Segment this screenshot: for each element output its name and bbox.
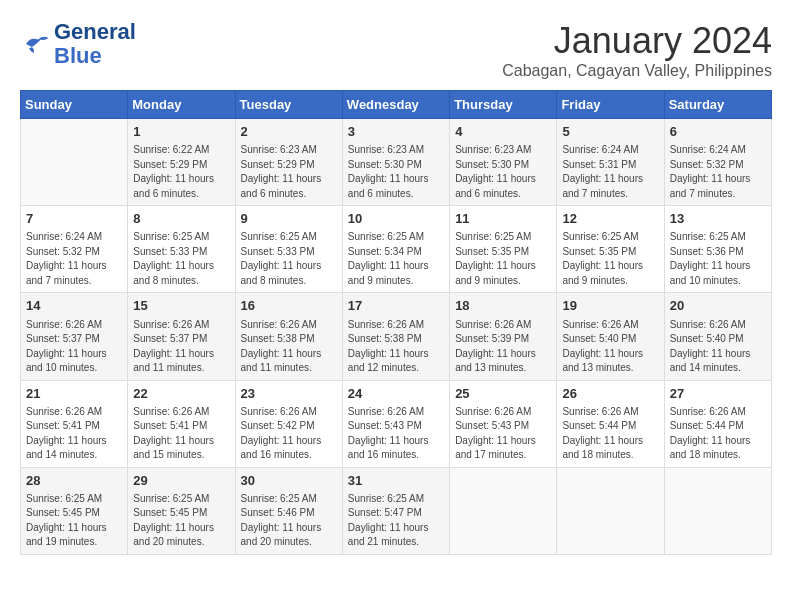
day-info: Sunrise: 6:22 AMSunset: 5:29 PMDaylight:… xyxy=(133,143,229,201)
day-cell: 23Sunrise: 6:26 AMSunset: 5:42 PMDayligh… xyxy=(235,380,342,467)
day-number: 24 xyxy=(348,385,444,403)
week-row-4: 21Sunrise: 6:26 AMSunset: 5:41 PMDayligh… xyxy=(21,380,772,467)
day-cell: 5Sunrise: 6:24 AMSunset: 5:31 PMDaylight… xyxy=(557,119,664,206)
day-cell: 20Sunrise: 6:26 AMSunset: 5:40 PMDayligh… xyxy=(664,293,771,380)
logo: General Blue xyxy=(20,20,136,68)
day-number: 20 xyxy=(670,297,766,315)
day-cell: 18Sunrise: 6:26 AMSunset: 5:39 PMDayligh… xyxy=(450,293,557,380)
day-info: Sunrise: 6:24 AMSunset: 5:31 PMDaylight:… xyxy=(562,143,658,201)
day-info: Sunrise: 6:26 AMSunset: 5:40 PMDaylight:… xyxy=(670,318,766,376)
day-info: Sunrise: 6:26 AMSunset: 5:38 PMDaylight:… xyxy=(348,318,444,376)
day-number: 10 xyxy=(348,210,444,228)
day-info: Sunrise: 6:26 AMSunset: 5:43 PMDaylight:… xyxy=(455,405,551,463)
day-cell: 8Sunrise: 6:25 AMSunset: 5:33 PMDaylight… xyxy=(128,206,235,293)
day-number: 31 xyxy=(348,472,444,490)
day-cell: 25Sunrise: 6:26 AMSunset: 5:43 PMDayligh… xyxy=(450,380,557,467)
day-info: Sunrise: 6:25 AMSunset: 5:33 PMDaylight:… xyxy=(241,230,337,288)
header-thursday: Thursday xyxy=(450,91,557,119)
calendar-header-row: SundayMondayTuesdayWednesdayThursdayFrid… xyxy=(21,91,772,119)
page-header: General Blue January 2024 Cabagan, Cagay… xyxy=(20,20,772,80)
header-tuesday: Tuesday xyxy=(235,91,342,119)
header-saturday: Saturday xyxy=(664,91,771,119)
day-cell: 22Sunrise: 6:26 AMSunset: 5:41 PMDayligh… xyxy=(128,380,235,467)
day-info: Sunrise: 6:25 AMSunset: 5:45 PMDaylight:… xyxy=(26,492,122,550)
week-row-3: 14Sunrise: 6:26 AMSunset: 5:37 PMDayligh… xyxy=(21,293,772,380)
day-number: 18 xyxy=(455,297,551,315)
day-cell: 12Sunrise: 6:25 AMSunset: 5:35 PMDayligh… xyxy=(557,206,664,293)
day-info: Sunrise: 6:23 AMSunset: 5:30 PMDaylight:… xyxy=(455,143,551,201)
day-number: 27 xyxy=(670,385,766,403)
day-cell: 4Sunrise: 6:23 AMSunset: 5:30 PMDaylight… xyxy=(450,119,557,206)
day-info: Sunrise: 6:24 AMSunset: 5:32 PMDaylight:… xyxy=(670,143,766,201)
day-number: 7 xyxy=(26,210,122,228)
day-info: Sunrise: 6:26 AMSunset: 5:44 PMDaylight:… xyxy=(670,405,766,463)
day-cell xyxy=(557,467,664,554)
day-number: 15 xyxy=(133,297,229,315)
day-number: 2 xyxy=(241,123,337,141)
day-cell xyxy=(450,467,557,554)
day-info: Sunrise: 6:26 AMSunset: 5:38 PMDaylight:… xyxy=(241,318,337,376)
day-number: 3 xyxy=(348,123,444,141)
day-cell: 26Sunrise: 6:26 AMSunset: 5:44 PMDayligh… xyxy=(557,380,664,467)
day-number: 9 xyxy=(241,210,337,228)
day-number: 11 xyxy=(455,210,551,228)
day-info: Sunrise: 6:25 AMSunset: 5:46 PMDaylight:… xyxy=(241,492,337,550)
day-number: 19 xyxy=(562,297,658,315)
day-info: Sunrise: 6:23 AMSunset: 5:29 PMDaylight:… xyxy=(241,143,337,201)
day-number: 16 xyxy=(241,297,337,315)
day-number: 29 xyxy=(133,472,229,490)
day-info: Sunrise: 6:24 AMSunset: 5:32 PMDaylight:… xyxy=(26,230,122,288)
day-cell: 31Sunrise: 6:25 AMSunset: 5:47 PMDayligh… xyxy=(342,467,449,554)
day-info: Sunrise: 6:25 AMSunset: 5:47 PMDaylight:… xyxy=(348,492,444,550)
day-cell: 21Sunrise: 6:26 AMSunset: 5:41 PMDayligh… xyxy=(21,380,128,467)
day-cell: 24Sunrise: 6:26 AMSunset: 5:43 PMDayligh… xyxy=(342,380,449,467)
week-row-1: 1Sunrise: 6:22 AMSunset: 5:29 PMDaylight… xyxy=(21,119,772,206)
day-info: Sunrise: 6:26 AMSunset: 5:41 PMDaylight:… xyxy=(133,405,229,463)
day-number: 28 xyxy=(26,472,122,490)
day-cell: 17Sunrise: 6:26 AMSunset: 5:38 PMDayligh… xyxy=(342,293,449,380)
day-number: 13 xyxy=(670,210,766,228)
day-info: Sunrise: 6:25 AMSunset: 5:34 PMDaylight:… xyxy=(348,230,444,288)
week-row-2: 7Sunrise: 6:24 AMSunset: 5:32 PMDaylight… xyxy=(21,206,772,293)
day-info: Sunrise: 6:25 AMSunset: 5:35 PMDaylight:… xyxy=(455,230,551,288)
day-number: 21 xyxy=(26,385,122,403)
logo-general: General xyxy=(54,19,136,44)
day-cell: 7Sunrise: 6:24 AMSunset: 5:32 PMDaylight… xyxy=(21,206,128,293)
day-number: 17 xyxy=(348,297,444,315)
day-cell: 10Sunrise: 6:25 AMSunset: 5:34 PMDayligh… xyxy=(342,206,449,293)
header-sunday: Sunday xyxy=(21,91,128,119)
day-cell: 13Sunrise: 6:25 AMSunset: 5:36 PMDayligh… xyxy=(664,206,771,293)
day-info: Sunrise: 6:26 AMSunset: 5:37 PMDaylight:… xyxy=(26,318,122,376)
day-info: Sunrise: 6:25 AMSunset: 5:36 PMDaylight:… xyxy=(670,230,766,288)
day-info: Sunrise: 6:26 AMSunset: 5:43 PMDaylight:… xyxy=(348,405,444,463)
day-cell: 16Sunrise: 6:26 AMSunset: 5:38 PMDayligh… xyxy=(235,293,342,380)
day-cell: 1Sunrise: 6:22 AMSunset: 5:29 PMDaylight… xyxy=(128,119,235,206)
title-block: January 2024 Cabagan, Cagayan Valley, Ph… xyxy=(502,20,772,80)
day-number: 12 xyxy=(562,210,658,228)
day-number: 4 xyxy=(455,123,551,141)
day-info: Sunrise: 6:25 AMSunset: 5:35 PMDaylight:… xyxy=(562,230,658,288)
day-number: 6 xyxy=(670,123,766,141)
day-cell: 9Sunrise: 6:25 AMSunset: 5:33 PMDaylight… xyxy=(235,206,342,293)
header-monday: Monday xyxy=(128,91,235,119)
day-cell: 29Sunrise: 6:25 AMSunset: 5:45 PMDayligh… xyxy=(128,467,235,554)
header-friday: Friday xyxy=(557,91,664,119)
logo-icon xyxy=(20,32,50,56)
day-number: 22 xyxy=(133,385,229,403)
day-number: 30 xyxy=(241,472,337,490)
day-info: Sunrise: 6:26 AMSunset: 5:44 PMDaylight:… xyxy=(562,405,658,463)
day-info: Sunrise: 6:26 AMSunset: 5:39 PMDaylight:… xyxy=(455,318,551,376)
day-number: 1 xyxy=(133,123,229,141)
day-number: 14 xyxy=(26,297,122,315)
day-info: Sunrise: 6:26 AMSunset: 5:40 PMDaylight:… xyxy=(562,318,658,376)
day-info: Sunrise: 6:26 AMSunset: 5:42 PMDaylight:… xyxy=(241,405,337,463)
day-cell: 14Sunrise: 6:26 AMSunset: 5:37 PMDayligh… xyxy=(21,293,128,380)
day-cell: 6Sunrise: 6:24 AMSunset: 5:32 PMDaylight… xyxy=(664,119,771,206)
day-number: 23 xyxy=(241,385,337,403)
day-number: 8 xyxy=(133,210,229,228)
day-cell: 11Sunrise: 6:25 AMSunset: 5:35 PMDayligh… xyxy=(450,206,557,293)
calendar-subtitle: Cabagan, Cagayan Valley, Philippines xyxy=(502,62,772,80)
day-info: Sunrise: 6:25 AMSunset: 5:45 PMDaylight:… xyxy=(133,492,229,550)
day-cell: 30Sunrise: 6:25 AMSunset: 5:46 PMDayligh… xyxy=(235,467,342,554)
day-number: 25 xyxy=(455,385,551,403)
